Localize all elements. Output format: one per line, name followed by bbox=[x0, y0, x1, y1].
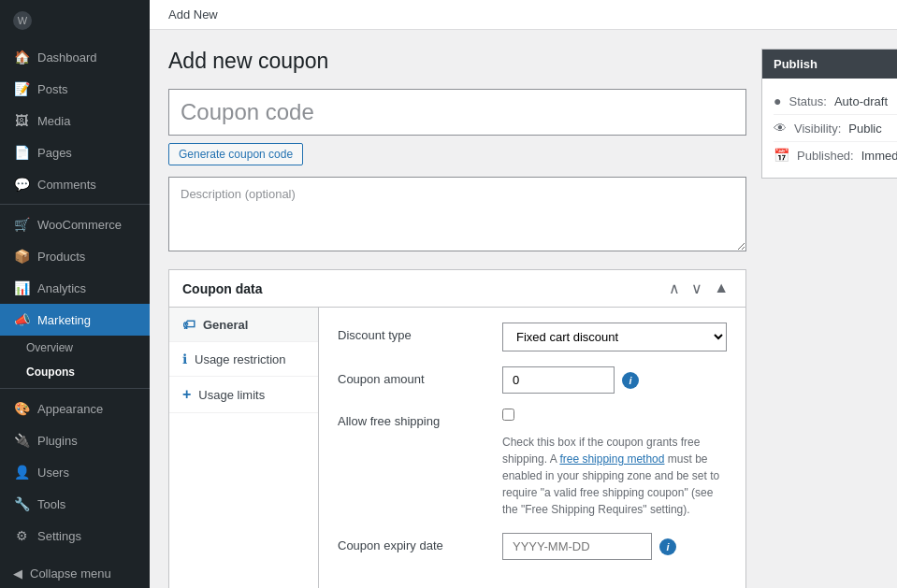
users-icon: 👤 bbox=[13, 464, 30, 480]
visibility-value: Public bbox=[848, 122, 881, 136]
coupon-data-body: 🏷 General ℹ Usage restriction + Usage li… bbox=[169, 308, 745, 588]
publish-date-label: Published: bbox=[797, 149, 854, 163]
expiry-date-label: Coupon expiry date bbox=[338, 533, 487, 552]
marketing-icon: 📣 bbox=[13, 311, 30, 328]
main-content: Add New Add new coupon Generate coupon c… bbox=[150, 0, 897, 588]
sidebar-item-pages[interactable]: 📄 Pages bbox=[0, 136, 150, 168]
toggle-icon[interactable]: ▲ bbox=[710, 280, 732, 297]
dashboard-icon: 🏠 bbox=[13, 49, 30, 65]
marketing-submenu: Overview Coupons bbox=[0, 336, 150, 384]
usage-restriction-tab-icon: ℹ bbox=[182, 351, 187, 366]
coupon-amount-help-icon[interactable]: i bbox=[622, 372, 639, 389]
sidebar-item-settings[interactable]: ⚙ Settings bbox=[0, 520, 150, 552]
wp-logo-icon: W bbox=[13, 11, 32, 30]
discount-type-control: Fixed cart discount Percentage discount … bbox=[502, 323, 727, 351]
collapse-up-icon[interactable]: ∧ bbox=[665, 280, 684, 297]
usage-limits-tab-icon: + bbox=[182, 386, 191, 403]
products-icon: 📦 bbox=[13, 248, 30, 265]
expiry-date-row: Coupon expiry date i bbox=[338, 533, 727, 560]
woocommerce-icon: 🛒 bbox=[13, 216, 30, 233]
expiry-date-control: i bbox=[502, 533, 727, 560]
publish-box: Publish ● Status: Auto-draft 👁 Visibilit… bbox=[761, 49, 897, 179]
sidebar-item-media[interactable]: 🖼 Media bbox=[0, 105, 150, 136]
publish-date-row: 📅 Published: Immediately bbox=[774, 142, 897, 168]
coupon-data-header: Coupon data ∧ ∨ ▲ bbox=[169, 270, 745, 308]
topbar: Add New bbox=[150, 0, 897, 30]
tab-usage-limits[interactable]: + Usage limits bbox=[169, 377, 318, 413]
sidebar-divider-2 bbox=[0, 388, 150, 389]
free-shipping-row: Allow free shipping Check this box if th… bbox=[338, 409, 727, 518]
free-shipping-checkbox[interactable] bbox=[502, 409, 514, 421]
discount-type-row: Discount type Fixed cart discount Percen… bbox=[338, 323, 727, 351]
tab-usage-restriction[interactable]: ℹ Usage restriction bbox=[169, 342, 318, 377]
free-shipping-link[interactable]: free shipping method bbox=[559, 452, 664, 466]
sidebar-item-users[interactable]: 👤 Users bbox=[0, 456, 150, 488]
pages-icon: 📄 bbox=[13, 144, 30, 161]
expiry-date-help-icon[interactable]: i bbox=[659, 538, 676, 555]
sidebar-item-plugins[interactable]: 🔌 Plugins bbox=[0, 424, 150, 456]
settings-icon: ⚙ bbox=[13, 527, 30, 544]
sidebar-item-dashboard[interactable]: 🏠 Dashboard bbox=[0, 41, 150, 73]
collapse-icon: ◀ bbox=[13, 566, 22, 581]
coupon-amount-label: Coupon amount bbox=[338, 366, 487, 386]
coupon-data-box: Coupon data ∧ ∨ ▲ 🏷 General bbox=[168, 269, 746, 588]
status-icon: ● bbox=[774, 93, 781, 108]
sidebar-item-comments[interactable]: 💬 Comments bbox=[0, 168, 150, 200]
expiry-date-input[interactable] bbox=[502, 533, 652, 560]
sidebar-divider bbox=[0, 204, 150, 205]
description-textarea[interactable] bbox=[168, 177, 746, 251]
free-shipping-description: Check this box if the coupon grants free… bbox=[502, 434, 727, 518]
appearance-icon: 🎨 bbox=[13, 400, 30, 417]
tools-icon: 🔧 bbox=[13, 495, 30, 512]
comments-icon: 💬 bbox=[13, 176, 30, 193]
main-column: Add new coupon Generate coupon code Coup… bbox=[168, 49, 746, 569]
coupon-amount-row: Coupon amount i bbox=[338, 366, 727, 394]
content-area: Add new coupon Generate coupon code Coup… bbox=[150, 30, 897, 588]
sidebar-item-posts[interactable]: 📝 Posts bbox=[0, 73, 150, 105]
sidebar-item-woocommerce[interactable]: 🛒 WooCommerce bbox=[0, 208, 150, 240]
sidebar-item-overview[interactable]: Overview bbox=[13, 336, 150, 360]
sidebar-item-products[interactable]: 📦 Products bbox=[0, 240, 150, 272]
publish-date-value: Immediately bbox=[861, 149, 897, 163]
sidebar: W 🏠 Dashboard 📝 Posts 🖼 Media 📄 Pages 💬 … bbox=[0, 0, 150, 588]
coupon-data-title: Coupon data bbox=[182, 281, 263, 296]
general-tab-icon: 🏷 bbox=[182, 317, 195, 332]
sidebar-item-appearance[interactable]: 🎨 Appearance bbox=[0, 393, 150, 424]
visibility-row: 👁 Visibility: Public bbox=[774, 115, 897, 142]
coupon-amount-input[interactable] bbox=[502, 366, 615, 394]
tab-general[interactable]: 🏷 General bbox=[169, 308, 318, 342]
publish-body: ● Status: Auto-draft 👁 Visibility: Publi… bbox=[762, 79, 897, 178]
coupon-data-controls: ∧ ∨ ▲ bbox=[665, 280, 732, 297]
sidebar-logo: W bbox=[0, 0, 150, 41]
media-icon: 🖼 bbox=[13, 112, 30, 129]
publish-header: Publish bbox=[762, 50, 897, 79]
discount-type-select[interactable]: Fixed cart discount Percentage discount … bbox=[502, 323, 727, 351]
free-shipping-control: Check this box if the coupon grants free… bbox=[502, 409, 727, 518]
side-column: Publish ● Status: Auto-draft 👁 Visibilit… bbox=[761, 49, 897, 569]
sidebar-item-tools[interactable]: 🔧 Tools bbox=[0, 488, 150, 520]
coupon-amount-control: i bbox=[502, 366, 727, 394]
collapse-menu[interactable]: ◀ Collapse menu bbox=[0, 559, 150, 588]
calendar-icon: 📅 bbox=[774, 148, 789, 163]
free-shipping-label: Allow free shipping bbox=[338, 409, 487, 428]
page-title: Add new coupon bbox=[168, 49, 746, 74]
posts-icon: 📝 bbox=[13, 80, 30, 97]
visibility-icon: 👁 bbox=[774, 121, 787, 136]
sidebar-item-coupons[interactable]: Coupons bbox=[13, 360, 150, 384]
coupon-tabs: 🏷 General ℹ Usage restriction + Usage li… bbox=[169, 308, 319, 588]
sidebar-item-marketing[interactable]: 📣 Marketing bbox=[0, 304, 150, 336]
coupon-code-input[interactable] bbox=[168, 89, 746, 136]
collapse-down-icon[interactable]: ∨ bbox=[687, 280, 706, 297]
status-label: Status: bbox=[788, 94, 826, 108]
visibility-label: Visibility: bbox=[794, 122, 841, 136]
discount-type-label: Discount type bbox=[338, 323, 487, 342]
sidebar-item-analytics[interactable]: 📊 Analytics bbox=[0, 272, 150, 304]
breadcrumb: Add New bbox=[168, 7, 218, 22]
status-row: ● Status: Auto-draft bbox=[774, 88, 897, 115]
plugins-icon: 🔌 bbox=[13, 432, 30, 449]
analytics-icon: 📊 bbox=[13, 280, 30, 296]
status-value: Auto-draft bbox=[834, 94, 888, 108]
coupon-panel: Discount type Fixed cart discount Percen… bbox=[319, 308, 745, 588]
generate-coupon-button[interactable]: Generate coupon code bbox=[168, 143, 303, 165]
